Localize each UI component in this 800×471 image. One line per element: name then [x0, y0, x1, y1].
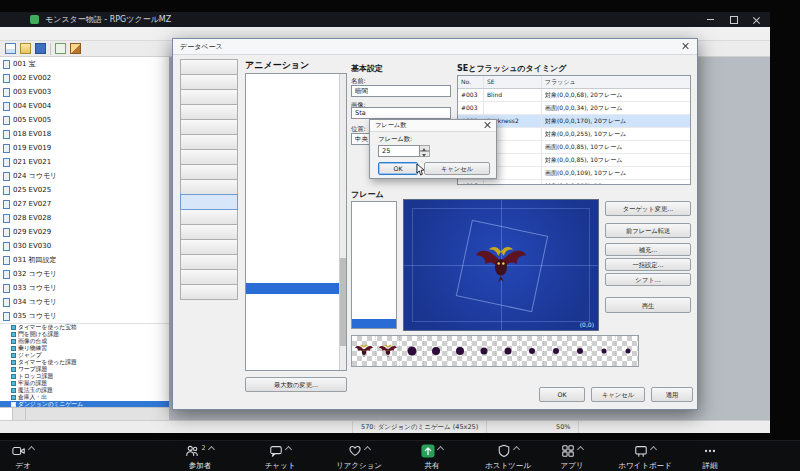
- batch-settings-button[interactable]: 一括設定...: [605, 258, 691, 271]
- minimize-button[interactable]: [699, 12, 722, 27]
- database-tab[interactable]: [180, 269, 238, 285]
- strip-cell[interactable]: [568, 336, 592, 366]
- animation-list-item[interactable]: [246, 305, 346, 316]
- meeting-chat-button[interactable]: チャット: [250, 444, 310, 470]
- map-tree-item[interactable]: ジャンプ: [0, 352, 170, 359]
- animation-list-item[interactable]: [246, 206, 346, 217]
- frame-list-item[interactable]: [352, 266, 396, 277]
- event-list-item[interactable]: 004 EV004: [0, 99, 169, 113]
- frame-list-item[interactable]: [352, 308, 396, 319]
- event-list-item[interactable]: 027 EV027: [0, 197, 169, 211]
- map-tree-item[interactable]: トロッコ課題: [0, 373, 170, 380]
- database-dialog-titlebar[interactable]: データベース: [173, 39, 697, 55]
- meeting-share-button[interactable]: 共有: [406, 444, 458, 470]
- se-flash-row[interactable]: #016 対象(0,0,0,255), 10フレーム: [458, 180, 690, 185]
- event-list-item[interactable]: 005 EV005: [0, 113, 169, 127]
- animation-list-item[interactable]: [246, 360, 346, 371]
- map-tree-item[interactable]: タイマーを使った宝箱: [0, 324, 170, 331]
- event-list-item[interactable]: 029 EV029: [0, 225, 169, 239]
- animation-list-item[interactable]: [246, 96, 346, 107]
- ok-button[interactable]: OK: [539, 387, 585, 402]
- database-tab[interactable]: [180, 164, 238, 180]
- animation-list-item[interactable]: [246, 195, 346, 206]
- strip-cell[interactable]: [400, 336, 424, 366]
- popup-titlebar[interactable]: フレーム数: [370, 120, 496, 132]
- database-tab[interactable]: [180, 209, 238, 225]
- scrollbar-thumb[interactable]: [340, 258, 346, 347]
- animation-list-item[interactable]: [246, 85, 346, 96]
- save-project-icon[interactable]: [35, 43, 46, 54]
- pencil-tool-icon[interactable]: [70, 43, 81, 54]
- change-target-button[interactable]: ターゲット変更...: [605, 201, 691, 216]
- strip-cell[interactable]: [496, 336, 520, 366]
- event-list-item[interactable]: 018 EV018: [0, 127, 169, 141]
- database-close-button[interactable]: [673, 39, 697, 53]
- spin-down-icon[interactable]: [420, 151, 430, 157]
- tween-button[interactable]: 補充...: [605, 243, 691, 256]
- panel-tab[interactable]: [13, 408, 26, 420]
- frame-list-item[interactable]: [352, 244, 396, 255]
- map-tree-item[interactable]: タイマーを使った課題: [0, 359, 170, 366]
- maximize-button[interactable]: [722, 12, 745, 27]
- strip-cell[interactable]: [424, 336, 448, 366]
- animation-list-item[interactable]: [246, 294, 346, 305]
- event-list-item[interactable]: 035 コウモリ: [0, 309, 169, 323]
- change-maximum-button[interactable]: 最大数の変更...: [245, 377, 347, 392]
- database-tab[interactable]: [180, 254, 238, 270]
- meeting-reactions-button[interactable]: リアクション: [324, 444, 394, 470]
- chevron-up-icon[interactable]: [577, 444, 584, 452]
- animation-list-item[interactable]: [246, 140, 346, 151]
- animation-list-item[interactable]: [246, 74, 346, 85]
- event-list-item[interactable]: 028 EV028: [0, 211, 169, 225]
- frame-list-item[interactable]: [352, 202, 396, 213]
- animation-list-item[interactable]: [246, 228, 346, 239]
- database-tab[interactable]: [180, 179, 238, 195]
- event-list-item[interactable]: 032 コウモリ: [0, 267, 169, 281]
- meeting-participants-button[interactable]: 2 参加者: [168, 444, 232, 470]
- animation-list-item[interactable]: [246, 261, 346, 272]
- database-tab[interactable]: [180, 89, 238, 105]
- chevron-up-icon[interactable]: [285, 444, 292, 452]
- event-list-item[interactable]: 030 EV030: [0, 239, 169, 253]
- apply-button[interactable]: 適用: [651, 387, 693, 402]
- database-tab[interactable]: [180, 149, 238, 165]
- chevron-up-icon[interactable]: [650, 444, 657, 452]
- animation-list-item[interactable]: [246, 162, 346, 173]
- strip-cell[interactable]: [616, 336, 639, 366]
- meeting-whiteboard-button[interactable]: ホワイトボード: [608, 444, 682, 470]
- animation-list-item[interactable]: [246, 173, 346, 184]
- popup-ok-button[interactable]: OK: [378, 162, 418, 175]
- animation-list-item[interactable]: [246, 217, 346, 228]
- animation-list-item[interactable]: [246, 151, 346, 162]
- frame-list-item[interactable]: [352, 319, 396, 329]
- chevron-up-icon[interactable]: [437, 444, 444, 452]
- copy-previous-frame-button[interactable]: 前フレーム転送: [605, 223, 691, 238]
- database-tab[interactable]: [180, 224, 238, 240]
- strip-cell[interactable]: [352, 336, 376, 366]
- meeting-apps-button[interactable]: アプリ: [548, 444, 596, 470]
- popup-close-button[interactable]: [478, 120, 496, 130]
- image-field[interactable]: Sta: [351, 107, 451, 119]
- frame-list-item[interactable]: [352, 287, 396, 298]
- event-list-item[interactable]: 034 コウモリ: [0, 295, 169, 309]
- strip-cell[interactable]: [520, 336, 544, 366]
- event-list-item[interactable]: 002 EV002: [0, 71, 169, 85]
- popup-cancel-button[interactable]: キャンセル: [424, 162, 490, 175]
- open-project-icon[interactable]: [20, 43, 31, 54]
- se-flash-row[interactable]: #003 Blind 対象(0,0,0,68), 20フレーム: [458, 89, 690, 102]
- strip-cell[interactable]: [376, 336, 400, 366]
- new-project-icon[interactable]: [5, 43, 16, 54]
- strip-cell[interactable]: [592, 336, 616, 366]
- map-tree-item[interactable]: 門を開ける課題: [0, 331, 170, 338]
- play-button[interactable]: 再生: [605, 297, 691, 313]
- animation-list-item[interactable]: [246, 239, 346, 250]
- event-list-item[interactable]: 021 EV021: [0, 155, 169, 169]
- strip-cell[interactable]: [472, 336, 496, 366]
- event-list-item[interactable]: 025 EV025: [0, 183, 169, 197]
- shift-button[interactable]: シフト...: [605, 273, 691, 286]
- animation-preview[interactable]: (0,0): [403, 199, 599, 331]
- event-list-item[interactable]: 033 コウモリ: [0, 281, 169, 295]
- map-tree-item[interactable]: 乗り物練習: [0, 345, 170, 352]
- name-input[interactable]: 暗闇: [351, 85, 451, 97]
- animation-list-item[interactable]: [246, 184, 346, 195]
